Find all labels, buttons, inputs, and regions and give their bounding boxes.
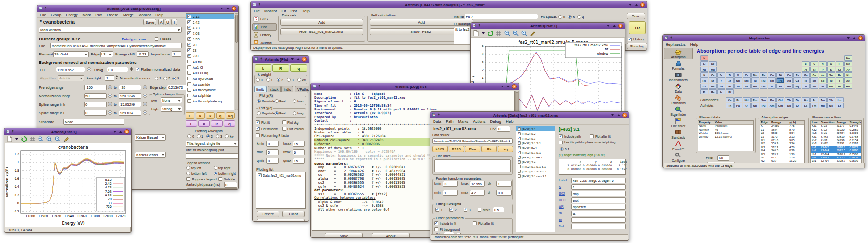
element-select[interactable]: 79: Gold <box>53 51 89 57</box>
element-v[interactable]: V <box>734 72 742 78</box>
path-checkbox[interactable] <box>518 174 521 178</box>
pluck-icon[interactable] <box>108 85 112 89</box>
fr-button[interactable]: FR <box>629 21 646 34</box>
clamp-high-select[interactable]: Strong <box>161 106 182 112</box>
check-plot-fit[interactable]: Plot fit <box>256 120 270 124</box>
data-menubar-item-marks[interactable]: Marks <box>458 119 468 124</box>
minimize-icon[interactable] <box>290 57 294 62</box>
table-row[interactable]: Lb1L2-M42990.20.7586 <box>811 153 861 156</box>
spinner[interactable] <box>116 75 118 79</box>
rmax-input[interactable]: 6 <box>293 149 305 155</box>
data-menubar-item-actions[interactable]: Actions <box>473 119 485 124</box>
group-checkbox[interactable] <box>187 82 191 86</box>
artemis-titlebar[interactable]: Artemis [EXAFS data analysis] - *FeS2_fi… <box>251 1 647 8</box>
element-yb[interactable]: Yb <box>827 97 835 102</box>
element-nd[interactable]: Nd <box>743 97 751 102</box>
small-button-i[interactable]: I <box>171 19 177 25</box>
page-icon[interactable] <box>473 30 479 36</box>
log-save-button[interactable]: Save <box>325 233 363 237</box>
path-field-input-3[interactable]: enot <box>571 197 626 203</box>
sidebar-item-standards[interactable]: Standards <box>664 129 693 140</box>
table-row[interactable]: Kb3K-M2237910.0397 <box>811 142 861 145</box>
hephaestus-menubar-item-help[interactable]: Help <box>690 42 698 47</box>
path-list-item[interactable]: [FeS2] S.1 <box>516 126 555 131</box>
suppress-legend-checkbox[interactable]: Suppress legend <box>186 177 217 181</box>
path-field-input-7[interactable] <box>571 224 626 229</box>
athena-plot-titlebar[interactable]: Athena[Plot.1]× <box>4 128 131 135</box>
element-pd[interactable]: Pd <box>776 78 784 83</box>
pin-icon[interactable] <box>318 85 322 89</box>
element-ba[interactable]: Ba <box>709 84 717 89</box>
element-p[interactable]: P <box>819 67 827 72</box>
norm-order-3[interactable]: 3 <box>172 76 179 80</box>
importance-input[interactable]: 1 <box>172 51 181 57</box>
element-i[interactable]: I <box>836 78 844 83</box>
fit-space-k[interactable]: k <box>558 15 565 19</box>
group-list-item[interactable]: Au3 Cl aq <box>186 70 234 76</box>
close-icon[interactable]: × <box>622 113 627 118</box>
page-icon[interactable] <box>7 136 13 142</box>
fit-kw-other[interactable]: other <box>478 208 490 212</box>
edge-step-input[interactable]: 0.213673 <box>167 85 186 90</box>
save-next-plot-button[interactable]: Save next plot to a file <box>257 219 305 221</box>
element-sb[interactable]: Sb <box>819 78 827 83</box>
element-es[interactable]: Es <box>802 103 810 108</box>
group-checkbox[interactable] <box>187 77 191 80</box>
spline-range-k-to[interactable]: 15.95299 <box>119 102 141 107</box>
data-plot-k123[interactable]: k123 <box>432 146 448 152</box>
table-row[interactable]: M5335.21.36 <box>760 153 804 156</box>
element-ag[interactable]: Ag <box>785 78 793 83</box>
group-checkbox[interactable] <box>187 20 191 24</box>
path-list-item[interactable]: [FeS2] S.3 <box>516 136 555 141</box>
data-plot-Rmr[interactable]: Rmr <box>465 146 480 152</box>
element-cm[interactable]: Cm <box>776 103 784 108</box>
group-list-item[interactable]: 9.33 <box>186 36 234 42</box>
refresh-icon[interactable] <box>21 136 27 142</box>
plot-current-q[interactable]: q <box>216 112 225 119</box>
element-eu[interactable]: Eu <box>768 97 776 102</box>
main-window-select[interactable]: Main window <box>39 27 182 33</box>
shade-icon[interactable] <box>852 36 857 40</box>
table-row[interactable]: Number46 <box>698 128 753 132</box>
check-plot-window[interactable]: Plot window <box>256 127 278 131</box>
chir-Magnitude[interactable]: Magnitude <box>257 99 275 103</box>
element-y[interactable]: Y <box>717 78 725 83</box>
element-co[interactable]: Co <box>768 72 776 78</box>
table-row[interactable]: M1671.69.05 <box>760 139 804 142</box>
clamp-low-select[interactable]: None <box>161 97 182 103</box>
table-row[interactable]: L331732.13 <box>760 135 804 139</box>
plotting-kw-3[interactable]: 3 <box>216 134 222 138</box>
data-menubar-item-debug[interactable]: Debug <box>490 119 501 124</box>
path-checkbox[interactable] <box>518 156 521 159</box>
minimize-icon[interactable] <box>846 36 851 40</box>
sidebar-item-gds[interactable]: GDS <box>252 15 277 23</box>
chiq-Real[interactable]: Real <box>275 111 285 115</box>
element-ni[interactable]: Ni <box>776 72 784 78</box>
title-lines-box[interactable] <box>434 159 511 172</box>
element-ge[interactable]: Ge <box>810 72 818 78</box>
hephaestus-menubar-item-hephaestus[interactable]: Hephaestus <box>666 42 686 47</box>
athena-menubar-item-group[interactable]: Group <box>51 13 61 17</box>
minimize-icon[interactable] <box>219 6 224 11</box>
element-ho[interactable]: Ho <box>802 97 810 102</box>
group-checkbox[interactable] <box>187 31 191 35</box>
sidebar-item-absorption[interactable]: Absorption <box>664 48 693 59</box>
fit-name-input[interactable]: Fit 7 <box>465 14 538 19</box>
path-checkbox[interactable] <box>518 160 521 164</box>
group-list-item[interactable]: Au thiosulphate aq <box>186 98 234 104</box>
plotting-kw-1[interactable]: 1 <box>197 134 203 138</box>
pin-icon[interactable] <box>45 7 48 11</box>
plot-current-E[interactable]: E <box>186 112 194 119</box>
check-plot-running-r-factor[interactable]: Plot running R-factor <box>256 133 289 137</box>
shade-icon[interactable] <box>634 2 639 7</box>
plotting-list-item[interactable]: Data: fes2_rt01_mar02.xmu <box>256 172 305 178</box>
cv-input[interactable]: 0 <box>497 126 510 132</box>
fit-kw-3[interactable]: 3 <box>464 208 471 212</box>
element-o[interactable]: O <box>827 61 835 66</box>
fit-kw-2[interactable]: 2 <box>450 208 457 212</box>
pluck-icon[interactable] <box>108 110 112 115</box>
plot-marked-q[interactable]: q <box>224 120 235 127</box>
kweight-2[interactable]: 2 <box>277 78 283 82</box>
element-mo[interactable]: Mo <box>743 78 751 83</box>
element-hg[interactable]: Hg <box>793 84 801 89</box>
